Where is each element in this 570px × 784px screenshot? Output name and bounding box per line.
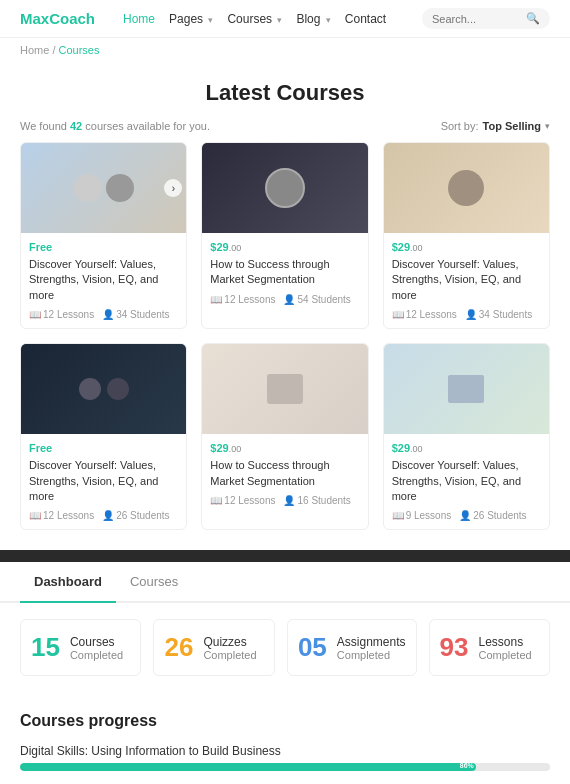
sort-value: Top Selling — [483, 120, 541, 132]
nav-links: Home Pages ▾ Courses ▾ Blog ▾ Contact — [123, 12, 404, 26]
course-title: Discover Yourself: Values, Strengths, Vi… — [29, 458, 178, 504]
lessons-count: 📖 12 Lessons — [210, 495, 275, 506]
students-count: 👤 26 Students — [102, 510, 169, 521]
stat-number: 15 — [31, 632, 60, 663]
course-card[interactable]: Free Discover Yourself: Values, Strength… — [20, 343, 187, 530]
next-icon[interactable]: › — [164, 179, 182, 197]
breadcrumb-home[interactable]: Home — [20, 44, 49, 56]
course-price: $29.00 — [210, 241, 359, 253]
stat-label-top: Quizzes — [203, 635, 256, 649]
progress-label: 86% — [460, 763, 474, 770]
logo-coach: Coach — [49, 10, 95, 27]
course-price: $29.00 — [392, 442, 541, 454]
dashboard-section: Dashboard Courses 15 Courses Completed 2… — [0, 562, 570, 784]
dark-band — [0, 550, 570, 562]
navigation: MaxCoach Home Pages ▾ Courses ▾ Blog ▾ C… — [0, 0, 570, 38]
course-meta: 📖 12 Lessons 👤 16 Students — [210, 495, 359, 506]
stat-number: 93 — [440, 632, 469, 663]
students-count: 👤 34 Students — [465, 309, 532, 320]
course-thumbnail — [202, 344, 367, 434]
stat-lessons-completed: 93 Lessons Completed — [429, 619, 550, 676]
course-count: 42 — [70, 120, 82, 132]
nav-blog[interactable]: Blog ▾ — [296, 12, 330, 26]
page-title: Latest Courses — [20, 80, 550, 106]
lessons-count: 📖 12 Lessons — [29, 309, 94, 320]
nav-courses[interactable]: Courses ▾ — [227, 12, 282, 26]
students-count: 👤 54 Students — [283, 294, 350, 305]
stat-label-top: Lessons — [478, 635, 531, 649]
stat-label-bottom: Completed — [337, 649, 406, 661]
lessons-count: 📖 12 Lessons — [210, 294, 275, 305]
stat-number: 05 — [298, 632, 327, 663]
course-card[interactable]: $29.00 Discover Yourself: Values, Streng… — [383, 343, 550, 530]
progress-section: Courses progress Digital Skills: Using I… — [0, 696, 570, 784]
filter-count: We found 42 courses available for you. — [20, 120, 210, 132]
nav-home[interactable]: Home — [123, 12, 155, 26]
course-thumbnail: › — [21, 143, 186, 233]
course-meta: 📖 12 Lessons 👤 34 Students — [392, 309, 541, 320]
search-box[interactable]: 🔍 — [422, 8, 550, 29]
stat-label-top: Courses — [70, 635, 123, 649]
chevron-down-icon: ▾ — [277, 15, 282, 25]
chevron-down-icon: ▾ — [208, 15, 213, 25]
course-card[interactable]: › Free Discover Yourself: Values, Streng… — [20, 142, 187, 329]
tab-dashboard[interactable]: Dashboard — [20, 562, 116, 603]
students-count: 👤 26 Students — [459, 510, 526, 521]
progress-title: Digital Skills: Using Information to Bui… — [20, 744, 550, 758]
course-price: $29.00 — [210, 442, 359, 454]
filter-bar: We found 42 courses available for you. S… — [0, 114, 570, 142]
course-price: Free — [29, 442, 178, 454]
nav-pages[interactable]: Pages ▾ — [169, 12, 213, 26]
course-title: Discover Yourself: Values, Strengths, Vi… — [392, 458, 541, 504]
course-meta: 📖 12 Lessons 👤 34 Students — [29, 309, 178, 320]
breadcrumb-current: Courses — [59, 44, 100, 56]
course-title: How to Success through Market Segmentati… — [210, 458, 359, 489]
course-meta: 📖 9 Lessons 👤 26 Students — [392, 510, 541, 521]
courses-grid: › Free Discover Yourself: Values, Streng… — [20, 142, 550, 530]
stat-labels: Courses Completed — [70, 635, 123, 661]
breadcrumb: Home / Courses — [0, 38, 570, 62]
chevron-down-icon: ▾ — [545, 121, 550, 131]
progress-bar-fill: 86% — [20, 763, 476, 771]
stats-row: 15 Courses Completed 26 Quizzes Complete… — [0, 603, 570, 692]
course-price: Free — [29, 241, 178, 253]
nav-contact[interactable]: Contact — [345, 12, 386, 26]
course-title: How to Success through Market Segmentati… — [210, 257, 359, 288]
stat-label-bottom: Completed — [478, 649, 531, 661]
search-input[interactable] — [432, 13, 522, 25]
stat-labels: Assignments Completed — [337, 635, 406, 661]
progress-item: Digital Skills: Using Information to Bui… — [20, 744, 550, 771]
logo: MaxCoach — [20, 10, 95, 27]
course-thumbnail — [384, 344, 549, 434]
stat-quizzes-completed: 26 Quizzes Completed — [153, 619, 274, 676]
sort-by[interactable]: Sort by: Top Selling ▾ — [441, 120, 550, 132]
course-card[interactable]: $29.00 How to Success through Market Seg… — [201, 142, 368, 329]
course-title: Discover Yourself: Values, Strengths, Vi… — [29, 257, 178, 303]
stat-label-bottom: Completed — [70, 649, 123, 661]
progress-section-title: Courses progress — [20, 712, 550, 730]
progress-bar-bg: 86% — [20, 763, 550, 771]
course-title: Discover Yourself: Values, Strengths, Vi… — [392, 257, 541, 303]
course-thumbnail — [384, 143, 549, 233]
stat-label-top: Assignments — [337, 635, 406, 649]
course-card[interactable]: $29.00 Discover Yourself: Values, Streng… — [383, 142, 550, 329]
chevron-down-icon: ▾ — [326, 15, 331, 25]
lessons-count: 📖 12 Lessons — [29, 510, 94, 521]
logo-max: Max — [20, 10, 49, 27]
stat-courses-completed: 15 Courses Completed — [20, 619, 141, 676]
course-meta: 📖 12 Lessons 👤 54 Students — [210, 294, 359, 305]
stat-labels: Quizzes Completed — [203, 635, 256, 661]
sort-label: Sort by: — [441, 120, 479, 132]
course-thumbnail — [21, 344, 186, 434]
tab-courses[interactable]: Courses — [116, 562, 192, 603]
section-header: Latest Courses — [0, 62, 570, 114]
lessons-count: 📖 12 Lessons — [392, 309, 457, 320]
course-price: $29.00 — [392, 241, 541, 253]
course-meta: 📖 12 Lessons 👤 26 Students — [29, 510, 178, 521]
students-count: 👤 34 Students — [102, 309, 169, 320]
stat-label-bottom: Completed — [203, 649, 256, 661]
course-card[interactable]: $29.00 How to Success through Market Seg… — [201, 343, 368, 530]
lessons-count: 📖 9 Lessons — [392, 510, 452, 521]
search-icon: 🔍 — [526, 12, 540, 25]
stat-assignments-completed: 05 Assignments Completed — [287, 619, 417, 676]
